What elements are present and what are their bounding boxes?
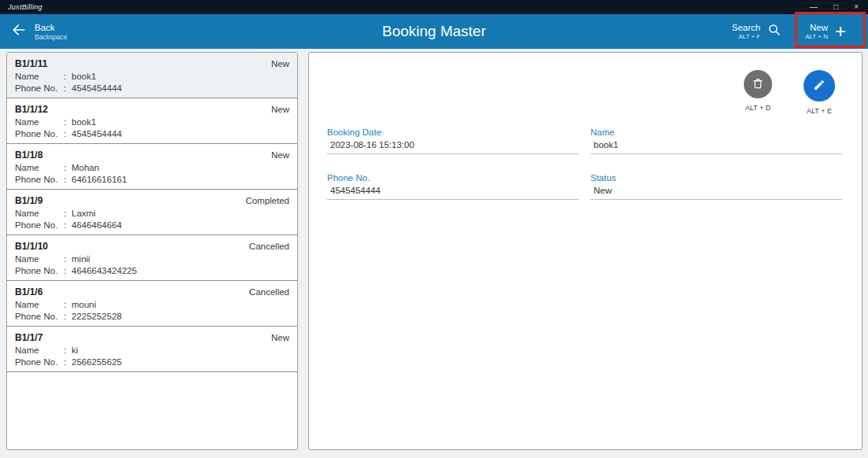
booking-status: Completed (245, 196, 289, 205)
trash-icon (752, 77, 764, 92)
colon: : (64, 117, 72, 127)
delete-shortcut: ALT + D (745, 104, 771, 112)
detail-actions: ALT + D ALT + E (309, 53, 862, 115)
detail-fields: Booking Date 2023-08-16 15:13:00 Name bo… (309, 115, 862, 219)
booking-list: B1/1/11 New Name : book1 Phone No. : 454… (7, 53, 297, 372)
app-logo: JustBilling (8, 3, 42, 11)
main-content: B1/1/11 New Name : book1 Phone No. : 454… (0, 49, 868, 458)
edit-shortcut: ALT + E (807, 107, 832, 115)
close-button[interactable]: × (854, 3, 859, 11)
colon: : (64, 220, 72, 230)
name-label: Name (15, 163, 64, 172)
phone-label: Phone No. (15, 220, 64, 230)
back-arrow-icon (11, 22, 27, 41)
colon: : (64, 300, 72, 309)
booking-phone-value: 2225252528 (72, 312, 122, 321)
colon: : (64, 129, 72, 139)
booking-code: B1/1/9 (15, 195, 42, 206)
delete-button[interactable] (744, 70, 772, 98)
booking-list-item[interactable]: B1/1/8 New Name : Mohan Phone No. : 6461… (7, 144, 297, 190)
colon: : (64, 163, 72, 172)
field-label: Phone No. (327, 173, 579, 183)
booking-status: New (271, 150, 289, 160)
search-shortcut: ALT + F (738, 33, 760, 41)
name-label: Name (15, 345, 64, 355)
colon: : (64, 312, 72, 321)
booking-status: New (271, 59, 289, 68)
booking-list-item[interactable]: B1/1/12 New Name : book1 Phone No. : 454… (7, 98, 297, 144)
booking-status: Cancelled (249, 242, 289, 251)
field-value: 2023-08-16 15:13:00 (327, 140, 579, 154)
field-label: Name (590, 127, 842, 137)
booking-name-value: mouni (72, 300, 96, 309)
field-label: Booking Date (327, 127, 579, 137)
booking-status: New (271, 105, 289, 114)
name-label: Name (15, 254, 64, 264)
booking-list-item[interactable]: B1/1/9 Completed Name : Laxmi Phone No. … (7, 190, 297, 235)
field-label: Status (590, 173, 842, 183)
plus-icon: + (835, 22, 851, 41)
booking-name-value: ki (72, 345, 78, 355)
phone-label: Phone No. (15, 312, 64, 321)
field-status: Status New (590, 173, 842, 200)
booking-status: New (271, 333, 289, 342)
booking-list-item[interactable]: B1/1/7 New Name : ki Phone No. : 2566255… (7, 327, 297, 372)
app-window: JustBilling — □ × Back Backspace Booking… (0, 0, 868, 458)
phone-label: Phone No. (15, 83, 64, 93)
field-value: 4545454444 (327, 186, 579, 200)
booking-phone-value: 4545454444 (72, 83, 122, 93)
booking-code: B1/1/11 (15, 58, 47, 69)
colon: : (64, 266, 72, 275)
back-label: Back (35, 22, 68, 33)
booking-name-value: Mohan (72, 163, 99, 172)
name-label: Name (15, 209, 64, 218)
colon: : (64, 175, 72, 184)
search-icon (767, 23, 782, 40)
colon: : (64, 345, 72, 355)
field-value: New (590, 186, 842, 200)
minimize-button[interactable]: — (810, 3, 818, 11)
booking-phone-value: 4646643424225 (72, 266, 137, 275)
edit-button[interactable] (804, 70, 835, 102)
booking-code: B1/1/10 (15, 241, 48, 252)
colon: : (64, 72, 72, 81)
phone-label: Phone No. (15, 357, 64, 367)
search-button[interactable]: Search ALT + F (732, 22, 782, 41)
booking-code: B1/1/7 (15, 332, 42, 343)
booking-phone-value: 64616616161 (72, 175, 127, 184)
colon: : (64, 83, 72, 93)
booking-list-panel: B1/1/11 New Name : book1 Phone No. : 454… (6, 52, 298, 450)
booking-list-item[interactable]: B1/1/10 Cancelled Name : minii Phone No.… (7, 235, 297, 281)
colon: : (64, 254, 72, 264)
colon: : (64, 357, 72, 367)
booking-status: Cancelled (249, 287, 289, 297)
header-actions: Search ALT + F New ALT + N + (732, 22, 857, 41)
name-label: Name (15, 72, 64, 81)
search-label: Search (732, 22, 760, 33)
titlebar: JustBilling — □ × (0, 0, 868, 14)
new-button[interactable]: New ALT + N + (805, 22, 857, 41)
booking-code: B1/1/12 (15, 104, 48, 115)
colon: : (64, 209, 72, 218)
booking-phone-value: 2566255625 (72, 357, 122, 367)
phone-label: Phone No. (15, 266, 64, 275)
booking-name-value: book1 (72, 117, 96, 127)
window-controls: — □ × (810, 3, 859, 11)
booking-phone-value: 4646464664 (72, 220, 122, 230)
booking-list-item[interactable]: B1/1/11 New Name : book1 Phone No. : 454… (7, 53, 297, 98)
field-value: book1 (590, 140, 842, 154)
new-label: New (810, 22, 828, 33)
booking-code: B1/1/6 (15, 286, 42, 297)
back-shortcut: Backspace (35, 33, 68, 42)
pencil-icon (813, 79, 826, 94)
booking-code: B1/1/8 (15, 150, 42, 161)
maximize-button[interactable]: □ (833, 3, 838, 11)
back-button[interactable]: Back Backspace (11, 22, 68, 42)
field-phone: Phone No. 4545454444 (327, 173, 579, 200)
header-bar: Back Backspace Booking Master Search ALT… (0, 14, 868, 49)
name-label: Name (15, 117, 64, 127)
booking-phone-value: 4545454444 (72, 129, 122, 139)
booking-name-value: book1 (72, 72, 96, 81)
name-label: Name (15, 300, 64, 309)
booking-list-item[interactable]: B1/1/6 Cancelled Name : mouni Phone No. … (7, 281, 297, 327)
